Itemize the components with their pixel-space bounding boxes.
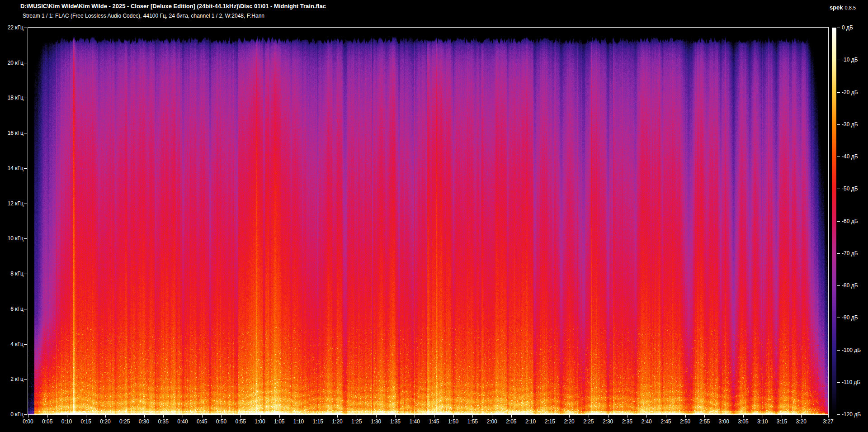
db-tick-label: -60 дБ [842, 218, 858, 225]
db-tick-mark [837, 350, 840, 351]
time-tick-label: 1:40 [409, 418, 420, 425]
time-tick-label: 2:30 [603, 418, 613, 425]
time-tick-mark [47, 415, 48, 418]
time-tick-mark [376, 415, 377, 418]
time-tick-mark [627, 415, 627, 418]
time-tick-label: 2:50 [680, 418, 690, 425]
time-tick-label: 1:45 [429, 418, 439, 425]
freq-tick-label: 6 кГц [0, 305, 24, 313]
time-tick-label: 3:15 [777, 418, 787, 425]
db-tick-label: -30 дБ [842, 121, 858, 128]
freq-tick-label: 8 кГц [0, 270, 24, 277]
time-tick-label: 0:50 [216, 418, 226, 425]
db-tick-label: -110 дБ [842, 379, 860, 386]
db-tick-label: -120 дБ [842, 411, 861, 418]
time-tick-label: 3:20 [796, 418, 806, 425]
db-tick-mark [837, 157, 840, 157]
db-tick-mark [837, 253, 840, 254]
db-tick-label: -20 дБ [842, 89, 858, 96]
db-tick-label: -90 дБ [842, 314, 858, 321]
db-tick-mark [837, 285, 840, 286]
db-tick-mark [837, 92, 840, 93]
time-tick-label: 2:10 [525, 418, 536, 425]
app-name-label: spek [830, 4, 843, 11]
time-tick-mark [434, 415, 434, 418]
time-tick-mark [608, 415, 609, 418]
db-tick-mark [837, 60, 840, 60]
time-tick-mark [492, 415, 492, 418]
time-tick-label: 1:05 [274, 418, 284, 425]
time-tick-mark [241, 415, 241, 418]
spek-window: D:\MUSIC\Kim Wilde\Kim Wilde - 2025 - Cl… [0, 0, 868, 432]
time-tick-mark [318, 415, 318, 418]
freq-tick-mark [24, 204, 27, 204]
time-tick-mark [144, 415, 145, 418]
time-tick-label: 0:05 [42, 418, 52, 425]
time-tick-mark [299, 415, 299, 418]
app-version-number: 0.8.5 [845, 5, 856, 10]
time-tick-label: 2:00 [486, 418, 497, 425]
freq-tick-mark [24, 98, 27, 98]
freq-tick-mark [24, 63, 27, 63]
time-tick-mark [550, 415, 550, 418]
time-tick-label: 1:25 [351, 418, 362, 425]
time-tick-mark [453, 415, 454, 418]
freq-tick-mark [24, 238, 27, 239]
db-tick-label: -10 дБ [842, 56, 858, 63]
time-tick-mark [782, 415, 782, 418]
time-tick-mark [163, 415, 164, 418]
spectrogram-canvas [28, 28, 828, 414]
freq-tick-mark [24, 133, 27, 133]
time-tick-label: 1:10 [293, 418, 304, 425]
time-tick-label: 1:55 [467, 418, 478, 425]
time-tick-mark [589, 415, 589, 418]
time-tick-label: 0:40 [177, 418, 188, 425]
time-tick-mark [415, 415, 415, 418]
freq-tick-label: 0 кГц [0, 411, 24, 418]
file-path-title: D:\MUSIC\Kim Wilde\Kim Wilde - 2025 - Cl… [20, 3, 326, 9]
time-tick-mark [511, 415, 512, 418]
time-tick-mark [105, 415, 106, 418]
time-tick-label: 2:40 [641, 418, 651, 425]
time-tick-mark [222, 415, 222, 418]
freq-tick-label: 14 кГц [0, 165, 24, 172]
db-color-scale [832, 28, 836, 414]
time-tick-label: 0:20 [100, 418, 110, 425]
time-tick-label: 0:45 [197, 418, 207, 425]
freq-tick-label: 22 кГц [0, 24, 24, 31]
time-tick-label: 3:27 [823, 418, 833, 425]
time-tick-mark [202, 415, 203, 418]
freq-tick-mark [24, 28, 27, 28]
time-tick-mark [569, 415, 570, 418]
db-tick-label: 0 дБ [842, 24, 853, 31]
db-tick-mark [837, 414, 840, 415]
db-tick-label: -40 дБ [842, 153, 858, 160]
time-tick-label: 0:55 [236, 418, 246, 425]
db-tick-mark [837, 124, 840, 125]
time-tick-label: 2:15 [545, 418, 555, 425]
freq-tick-mark [24, 344, 27, 345]
time-tick-mark [763, 415, 763, 418]
time-tick-mark [646, 415, 647, 418]
time-tick-label: 1:00 [255, 418, 265, 425]
time-tick-label: 0:00 [23, 418, 33, 425]
time-tick-label: 0:30 [139, 418, 149, 425]
db-tick-label: -50 дБ [842, 185, 858, 192]
time-tick-label: 3:05 [738, 418, 748, 425]
time-tick-label: 2:25 [583, 418, 594, 425]
time-tick-mark [279, 415, 280, 418]
db-tick-mark [837, 382, 840, 383]
db-tick-label: -80 дБ [842, 282, 858, 289]
time-tick-mark [28, 415, 28, 418]
freq-tick-mark [24, 168, 27, 169]
time-tick-label: 1:30 [371, 418, 381, 425]
time-tick-label: 1:35 [390, 418, 401, 425]
time-tick-label: 3:10 [757, 418, 768, 425]
time-tick-mark [67, 415, 67, 418]
time-tick-mark [801, 415, 802, 418]
time-tick-label: 2:20 [564, 418, 574, 425]
time-tick-mark [472, 415, 473, 418]
time-tick-label: 2:35 [622, 418, 632, 425]
time-tick-mark [86, 415, 86, 418]
freq-tick-label: 18 кГц [0, 94, 24, 101]
